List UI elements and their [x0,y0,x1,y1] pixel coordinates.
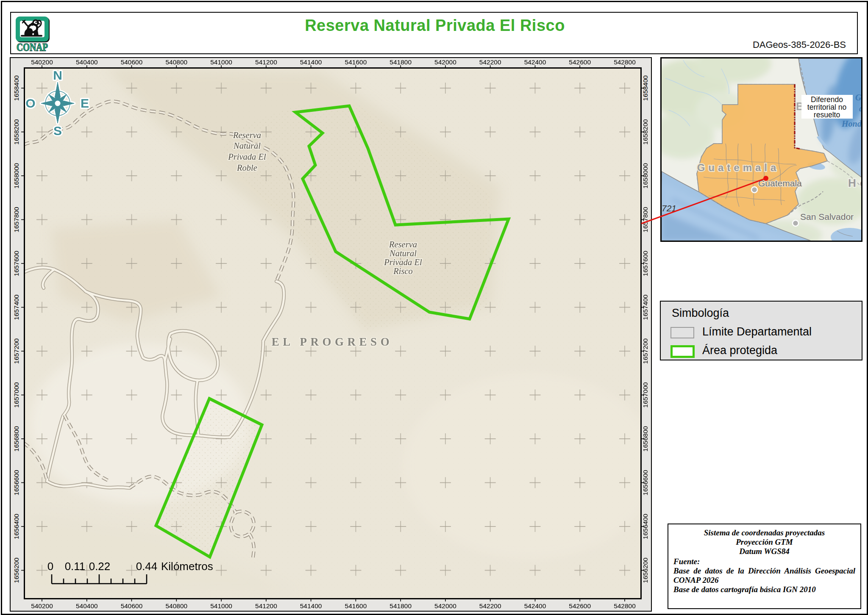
svg-text:542200: 542200 [479,602,501,609]
svg-text:541400: 541400 [300,602,322,609]
svg-text:Kilómetros: Kilómetros [161,560,213,573]
svg-text:1656600: 1656600 [13,470,20,496]
svg-text:541800: 541800 [389,602,412,609]
svg-text:Natural: Natural [233,141,261,150]
svg-text:Guatemala: Guatemala [697,162,780,173]
svg-text:542600: 542600 [569,58,591,66]
svg-text:Privada El: Privada El [384,258,422,267]
svg-text:540800: 540800 [165,58,187,66]
svg-text:542200: 542200 [479,58,501,66]
svg-text:1657200: 1657200 [13,338,20,364]
svg-text:541000: 541000 [210,58,232,66]
svg-text:1658000: 1658000 [13,163,20,188]
svg-text:1656400: 1656400 [13,513,20,539]
svg-text:1657800: 1657800 [13,207,20,233]
svg-text:541200: 541200 [255,58,277,66]
svg-text:540800: 540800 [165,602,187,609]
svg-text:Privada El: Privada El [228,152,266,161]
svg-text:0.11: 0.11 [65,560,86,573]
svg-text:O: O [25,96,35,110]
svg-text:San Salvador: San Salvador [800,212,854,222]
svg-text:Ho: Ho [848,177,868,189]
svg-text:1657600: 1657600 [13,250,20,276]
svg-text:Diferendo: Diferendo [811,95,843,104]
svg-text:542400: 542400 [524,602,546,609]
svg-text:S: S [53,124,62,138]
svg-text:Reserva: Reserva [389,240,417,249]
svg-text:542000: 542000 [434,58,456,66]
svg-text:540600: 540600 [121,58,143,66]
svg-text:Hond: Hond [841,119,862,128]
svg-text:1657000: 1657000 [13,382,20,408]
svg-text:territorial no: territorial no [807,103,846,111]
svg-text:EL PROGRESO: EL PROGRESO [272,335,393,348]
svg-text:Gu: Gu [855,93,866,102]
svg-text:1657400: 1657400 [13,294,20,320]
svg-text:540200: 540200 [31,602,53,609]
svg-text:Risco: Risco [393,266,413,276]
svg-text:CONAP: CONAP [17,42,48,53]
svg-text:540200: 540200 [31,58,53,66]
svg-text:E: E [81,96,89,110]
svg-text:1658200: 1658200 [13,119,20,145]
svg-text:540400: 540400 [76,602,98,609]
svg-text:541800: 541800 [389,58,412,66]
svg-text:Reserva: Reserva [233,130,261,140]
svg-text:542600: 542600 [569,602,591,609]
svg-text:1656800: 1656800 [13,426,20,452]
svg-text:0: 0 [47,560,53,573]
svg-text:542000: 542000 [434,602,456,609]
svg-text:542800: 542800 [614,602,636,609]
svg-text:540400: 540400 [76,58,98,66]
svg-text:resuelto: resuelto [814,111,840,119]
svg-text:542400: 542400 [524,58,546,66]
svg-text:541600: 541600 [345,602,367,609]
svg-text:540600: 540600 [121,602,143,609]
svg-text:Natural: Natural [389,249,417,258]
svg-text:541600: 541600 [345,58,367,66]
svg-text:N: N [53,68,62,82]
svg-text:0.22: 0.22 [89,560,111,573]
svg-text:542800: 542800 [614,58,636,66]
svg-text:0.44: 0.44 [136,560,158,573]
svg-text:Roble: Roble [236,163,257,172]
svg-text:541000: 541000 [210,602,232,609]
svg-text:1658400: 1658400 [13,75,20,101]
svg-text:1656200: 1656200 [13,557,20,583]
svg-text:541200: 541200 [255,602,277,609]
svg-text:541400: 541400 [300,58,322,66]
